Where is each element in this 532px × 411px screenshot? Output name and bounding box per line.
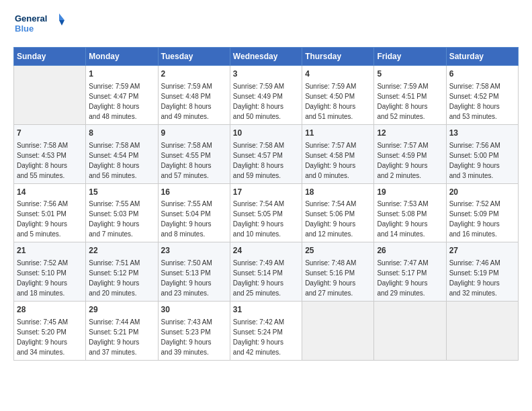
calendar-cell: 6Sunrise: 7:58 AMSunset: 4:52 PMDaylight… xyxy=(446,66,518,125)
day-number: 26 xyxy=(377,245,443,257)
day-info: Sunrise: 7:44 AMSunset: 5:21 PMDaylight:… xyxy=(89,317,154,357)
calendar-cell: 8Sunrise: 7:58 AMSunset: 4:54 PMDaylight… xyxy=(86,124,158,183)
weekday-header-monday: Monday xyxy=(86,48,158,66)
week-row-4: 21Sunrise: 7:52 AMSunset: 5:10 PMDayligh… xyxy=(14,242,519,302)
day-number: 25 xyxy=(305,245,371,257)
calendar-cell: 3Sunrise: 7:59 AMSunset: 4:49 PMDaylight… xyxy=(230,66,302,125)
calendar-cell xyxy=(14,66,86,125)
calendar-cell: 21Sunrise: 7:52 AMSunset: 5:10 PMDayligh… xyxy=(14,242,86,302)
week-row-5: 28Sunrise: 7:45 AMSunset: 5:20 PMDayligh… xyxy=(14,302,519,361)
day-number: 8 xyxy=(89,128,154,139)
calendar-cell: 29Sunrise: 7:44 AMSunset: 5:21 PMDayligh… xyxy=(86,302,158,361)
day-info: Sunrise: 7:52 AMSunset: 5:10 PMDaylight:… xyxy=(17,258,83,298)
day-number: 13 xyxy=(449,128,515,139)
day-info: Sunrise: 7:54 AMSunset: 5:05 PMDaylight:… xyxy=(233,199,299,239)
day-info: Sunrise: 7:49 AMSunset: 5:14 PMDaylight:… xyxy=(233,258,299,298)
page: General Blue SundayMondayTuesdayWednesda… xyxy=(0,0,532,411)
week-row-3: 14Sunrise: 7:56 AMSunset: 5:01 PMDayligh… xyxy=(14,183,519,242)
day-number: 2 xyxy=(161,68,227,80)
day-number: 3 xyxy=(233,68,299,80)
day-info: Sunrise: 7:47 AMSunset: 5:17 PMDaylight:… xyxy=(377,258,443,298)
day-info: Sunrise: 7:46 AMSunset: 5:19 PMDaylight:… xyxy=(449,258,515,298)
day-info: Sunrise: 7:45 AMSunset: 5:20 PMDaylight:… xyxy=(17,317,83,357)
svg-text:General: General xyxy=(15,13,47,24)
day-number: 5 xyxy=(377,68,443,80)
day-info: Sunrise: 7:55 AMSunset: 5:03 PMDaylight:… xyxy=(89,199,154,239)
weekday-header-wednesday: Wednesday xyxy=(230,48,302,66)
day-number: 21 xyxy=(17,245,83,257)
calendar-cell: 14Sunrise: 7:56 AMSunset: 5:01 PMDayligh… xyxy=(14,183,86,242)
calendar-cell: 11Sunrise: 7:57 AMSunset: 4:58 PMDayligh… xyxy=(302,124,374,183)
day-info: Sunrise: 7:48 AMSunset: 5:16 PMDaylight:… xyxy=(305,258,371,298)
day-info: Sunrise: 7:54 AMSunset: 5:06 PMDaylight:… xyxy=(305,199,371,239)
calendar-cell: 30Sunrise: 7:43 AMSunset: 5:23 PMDayligh… xyxy=(158,302,230,361)
calendar-cell: 31Sunrise: 7:42 AMSunset: 5:24 PMDayligh… xyxy=(230,302,302,361)
day-number: 24 xyxy=(233,245,299,257)
day-info: Sunrise: 7:50 AMSunset: 5:13 PMDaylight:… xyxy=(161,258,227,298)
day-info: Sunrise: 7:59 AMSunset: 4:51 PMDaylight:… xyxy=(377,81,443,122)
day-info: Sunrise: 7:59 AMSunset: 4:48 PMDaylight:… xyxy=(161,81,227,122)
day-number: 30 xyxy=(161,304,227,316)
calendar-cell: 20Sunrise: 7:52 AMSunset: 5:09 PMDayligh… xyxy=(446,183,518,242)
calendar-cell: 1Sunrise: 7:59 AMSunset: 4:47 PMDaylight… xyxy=(86,66,158,125)
day-number: 31 xyxy=(233,304,299,316)
logo: General Blue xyxy=(13,11,67,40)
svg-marker-2 xyxy=(59,13,64,20)
day-info: Sunrise: 7:59 AMSunset: 4:49 PMDaylight:… xyxy=(233,81,299,122)
day-number: 18 xyxy=(305,187,371,198)
logo-svg: General Blue xyxy=(13,11,67,40)
weekday-header-friday: Friday xyxy=(374,48,446,66)
day-number: 6 xyxy=(449,68,515,80)
calendar-cell xyxy=(302,302,374,361)
day-number: 19 xyxy=(377,187,443,198)
calendar-cell: 2Sunrise: 7:59 AMSunset: 4:48 PMDaylight… xyxy=(158,66,230,125)
day-number: 10 xyxy=(233,128,299,139)
calendar-cell: 25Sunrise: 7:48 AMSunset: 5:16 PMDayligh… xyxy=(302,242,374,302)
day-number: 9 xyxy=(161,128,227,139)
calendar-cell: 24Sunrise: 7:49 AMSunset: 5:14 PMDayligh… xyxy=(230,242,302,302)
calendar-cell: 27Sunrise: 7:46 AMSunset: 5:19 PMDayligh… xyxy=(446,242,518,302)
day-info: Sunrise: 7:42 AMSunset: 5:24 PMDaylight:… xyxy=(233,317,299,357)
day-info: Sunrise: 7:57 AMSunset: 4:58 PMDaylight:… xyxy=(305,140,371,181)
day-number: 27 xyxy=(449,245,515,257)
week-row-2: 7Sunrise: 7:58 AMSunset: 4:53 PMDaylight… xyxy=(14,124,519,183)
day-number: 29 xyxy=(89,304,154,316)
day-number: 11 xyxy=(305,128,371,139)
week-row-1: 1Sunrise: 7:59 AMSunset: 4:47 PMDaylight… xyxy=(14,66,519,125)
calendar-table: SundayMondayTuesdayWednesdayThursdayFrid… xyxy=(13,47,519,361)
day-info: Sunrise: 7:58 AMSunset: 4:55 PMDaylight:… xyxy=(161,140,227,181)
weekday-header-saturday: Saturday xyxy=(446,48,518,66)
day-number: 1 xyxy=(89,68,154,80)
calendar-cell xyxy=(446,302,518,361)
day-number: 28 xyxy=(17,304,83,316)
weekday-header-row: SundayMondayTuesdayWednesdayThursdayFrid… xyxy=(14,48,519,66)
day-info: Sunrise: 7:58 AMSunset: 4:57 PMDaylight:… xyxy=(233,140,299,181)
calendar-cell: 26Sunrise: 7:47 AMSunset: 5:17 PMDayligh… xyxy=(374,242,446,302)
day-info: Sunrise: 7:43 AMSunset: 5:23 PMDaylight:… xyxy=(161,317,227,357)
day-number: 12 xyxy=(377,128,443,139)
day-number: 15 xyxy=(89,187,154,198)
calendar-cell: 23Sunrise: 7:50 AMSunset: 5:13 PMDayligh… xyxy=(158,242,230,302)
calendar-cell: 28Sunrise: 7:45 AMSunset: 5:20 PMDayligh… xyxy=(14,302,86,361)
day-number: 20 xyxy=(449,187,515,198)
calendar-cell: 19Sunrise: 7:53 AMSunset: 5:08 PMDayligh… xyxy=(374,183,446,242)
calendar-cell: 5Sunrise: 7:59 AMSunset: 4:51 PMDaylight… xyxy=(374,66,446,125)
weekday-header-thursday: Thursday xyxy=(302,48,374,66)
calendar-cell: 7Sunrise: 7:58 AMSunset: 4:53 PMDaylight… xyxy=(14,124,86,183)
calendar-cell: 12Sunrise: 7:57 AMSunset: 4:59 PMDayligh… xyxy=(374,124,446,183)
day-info: Sunrise: 7:57 AMSunset: 4:59 PMDaylight:… xyxy=(377,140,443,181)
calendar-cell: 18Sunrise: 7:54 AMSunset: 5:06 PMDayligh… xyxy=(302,183,374,242)
day-info: Sunrise: 7:59 AMSunset: 4:47 PMDaylight:… xyxy=(89,81,154,122)
calendar-cell xyxy=(374,302,446,361)
weekday-header-tuesday: Tuesday xyxy=(158,48,230,66)
calendar-cell: 17Sunrise: 7:54 AMSunset: 5:05 PMDayligh… xyxy=(230,183,302,242)
day-info: Sunrise: 7:59 AMSunset: 4:50 PMDaylight:… xyxy=(305,81,371,122)
day-info: Sunrise: 7:58 AMSunset: 4:52 PMDaylight:… xyxy=(449,81,515,122)
calendar-cell: 15Sunrise: 7:55 AMSunset: 5:03 PMDayligh… xyxy=(86,183,158,242)
day-number: 16 xyxy=(161,187,227,198)
calendar-cell: 9Sunrise: 7:58 AMSunset: 4:55 PMDaylight… xyxy=(158,124,230,183)
day-info: Sunrise: 7:58 AMSunset: 4:54 PMDaylight:… xyxy=(89,140,154,181)
calendar-cell: 4Sunrise: 7:59 AMSunset: 4:50 PMDaylight… xyxy=(302,66,374,125)
weekday-header-sunday: Sunday xyxy=(14,48,86,66)
day-number: 17 xyxy=(233,187,299,198)
